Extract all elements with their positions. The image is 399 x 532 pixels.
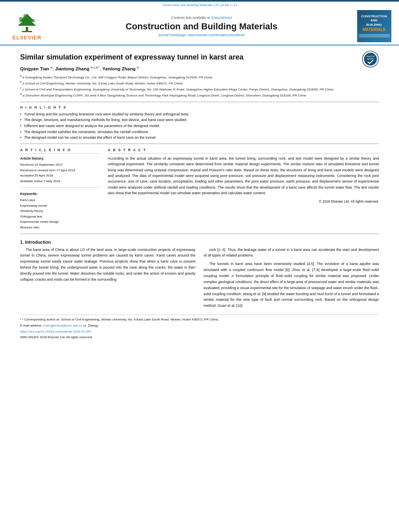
journal-url-line: journal homepage: www.elsevier.com/locat… bbox=[158, 33, 245, 37]
highlight-1-text: Tunnel lining and the surrounding limest… bbox=[24, 112, 189, 116]
affiliation-d: d d Shenzhen Municipal Engineering CORP.… bbox=[20, 92, 379, 98]
intro-col-left: The karst area of China is about 1/3 of … bbox=[20, 247, 195, 309]
email-link[interactable]: zhangjiantong@seu.edu.cn bbox=[43, 324, 83, 327]
footnote-text: * Corresponding author at: School of Civ… bbox=[22, 318, 219, 321]
accepted-date: Accepted 25 April 2018 bbox=[20, 173, 101, 179]
journal-info-line: Construction and Building Materials 176 … bbox=[0, 2, 399, 8]
revised-date: Received in revised form 17 April 2018 bbox=[20, 168, 101, 173]
svg-point-4 bbox=[19, 17, 23, 21]
intro-col-right: rock [1–3]. Thus, the leakage water of a… bbox=[204, 247, 379, 309]
footnote-email: E-mail address: zhangjiantong@seu.edu.cn… bbox=[20, 323, 379, 328]
highlight-2-text: The design, structure, and manufacturing… bbox=[24, 118, 187, 122]
author-1-affil: a bbox=[51, 66, 52, 69]
article-info-column: A R T I C L E I N F O Article history: R… bbox=[20, 148, 101, 230]
online-date: Available online 7 May 2018 bbox=[20, 179, 101, 184]
elsevier-logo: ELSEVIER bbox=[12, 12, 41, 41]
author-2-affil: b,c,d,* bbox=[91, 66, 100, 69]
title-area: check for updates Similar simulation exp… bbox=[20, 53, 379, 62]
copyright-line: © 2018 Elsevier Ltd. All rights reserved… bbox=[108, 199, 379, 203]
abstract-title: A B S T R A C T bbox=[108, 148, 379, 154]
affiliations: a a Guangdong Huahu Transport Technology… bbox=[20, 74, 379, 97]
highlight-4-text: The designed model satisfies the constra… bbox=[24, 130, 149, 134]
highlights-list: Tunnel lining and the surrounding limest… bbox=[20, 112, 379, 140]
highlight-3: Different test cases were designed to an… bbox=[20, 123, 379, 129]
affil-a-text: a Guangdong Huahu Transport Technology C… bbox=[23, 76, 212, 79]
article-title: Similar simulation experiment of express… bbox=[20, 53, 379, 62]
history-label: Article history: bbox=[20, 156, 101, 161]
abstract-column: A B S T R A C T According to the actual … bbox=[108, 148, 379, 230]
doi-text: https://doi.org/10.1016/j.conbuildmat.20… bbox=[20, 330, 91, 333]
doi-link[interactable]: https://doi.org/10.1016/j.conbuildmat.20… bbox=[20, 330, 91, 333]
divider-3 bbox=[20, 234, 379, 234]
footnote-doi: https://doi.org/10.1016/j.conbuildmat.20… bbox=[20, 329, 379, 334]
keyword-5: Experimental model design bbox=[20, 219, 101, 225]
badge-line3: Building bbox=[366, 23, 382, 27]
keyword-6: Mixtures ratio bbox=[20, 225, 101, 230]
badge-line4: MATERIALS bbox=[362, 27, 386, 32]
author-3-affil: a bbox=[137, 66, 138, 69]
issn-line: 0950-0618/© 2018 Elsevier Ltd. All right… bbox=[20, 335, 379, 339]
received-date: Received 29 September 2017 bbox=[20, 162, 101, 168]
abstract-text: According to the actual situation of an … bbox=[108, 156, 379, 196]
keywords-section: Keywords: Karst cave Expressway tunnel S… bbox=[20, 191, 101, 230]
elsevier-tree-icon bbox=[13, 12, 41, 34]
author-1: Qingyan Tian bbox=[20, 66, 49, 71]
intro-section-title: 1. Introduction bbox=[20, 240, 379, 244]
keyword-3: Similarity theory bbox=[20, 208, 101, 214]
header-center: Contents lists available at ScienceDirec… bbox=[49, 10, 354, 42]
sciencedirect-link[interactable]: ScienceDirect bbox=[211, 16, 232, 20]
email-label: E-mail address: bbox=[20, 324, 43, 327]
intro-para2: rock [1–3]. Thus, the leakage water of a… bbox=[204, 247, 379, 259]
footer-section: * * Corresponding author at: School of C… bbox=[20, 314, 379, 339]
header-right: Construction and Building MATERIALS bbox=[354, 10, 394, 42]
svg-text:updates: updates bbox=[367, 58, 374, 60]
email-suffix: (J. Zhang). bbox=[83, 324, 99, 327]
article-info-abstract: A R T I C L E I N F O Article history: R… bbox=[20, 148, 379, 230]
highlight-5: The designed model can be used to simula… bbox=[20, 135, 379, 140]
author-3: Yanlong Zhang bbox=[103, 66, 136, 71]
affiliation-c: c c School of Civil and Transportation E… bbox=[20, 86, 379, 92]
header-section: ELSEVIER Contents lists available at Sci… bbox=[0, 8, 399, 45]
svg-point-6 bbox=[23, 14, 27, 17]
journal-url-text: www.elsevier.com/locate/conbuildmat bbox=[188, 33, 245, 37]
journal-url-prefix: journal homepage: bbox=[158, 33, 188, 37]
svg-rect-1 bbox=[22, 31, 32, 32]
badge-decorative-lines bbox=[359, 34, 390, 38]
affil-c-text: c School of Civil and Transportation Eng… bbox=[23, 88, 333, 91]
header-left: ELSEVIER bbox=[5, 10, 49, 42]
keyword-4: Orthogonal test bbox=[20, 214, 101, 220]
affiliation-b: b b School of Civil Engineering, Wuhan U… bbox=[20, 80, 379, 86]
highlights-title: H I G H L I G H T S bbox=[20, 105, 379, 109]
main-content: check for updates Similar simulation exp… bbox=[0, 45, 399, 347]
highlight-5-text: The designed model can be used to simula… bbox=[24, 136, 156, 140]
badge-line1: Construction bbox=[361, 14, 387, 18]
keyword-1: Karst cave bbox=[20, 197, 101, 203]
author-2: Jiantong Zhang bbox=[55, 66, 90, 71]
highlight-4: The designed model satisfies the constra… bbox=[20, 129, 379, 135]
intro-para3: The tunnels in karst area have been exte… bbox=[204, 261, 379, 309]
sciencedirect-text: ScienceDirect bbox=[211, 16, 232, 20]
article-history: Article history: Received 29 September 2… bbox=[20, 156, 101, 188]
divider-2 bbox=[20, 144, 379, 144]
affil-b-text: b School of Civil Engineering, Wuhan Uni… bbox=[23, 82, 182, 85]
keyword-2: Expressway tunnel bbox=[20, 203, 101, 209]
email-text: zhangjiantong@seu.edu.cn bbox=[43, 324, 82, 327]
highlight-2: The design, structure, and manufacturing… bbox=[20, 117, 379, 123]
affiliation-a: a a Guangdong Huahu Transport Technology… bbox=[20, 74, 379, 80]
journal-title: Construction and Building Materials bbox=[125, 21, 278, 32]
highlights-section: H I G H L I G H T S Tunnel lining and th… bbox=[20, 105, 379, 140]
highlight-3-text: Different test cases were designed to an… bbox=[24, 124, 160, 128]
footnote-corresponding: * * Corresponding author at: School of C… bbox=[20, 317, 379, 322]
affil-d-text: d Shenzhen Municipal Engineering CORP., … bbox=[23, 94, 306, 97]
badge-line2: and bbox=[370, 18, 377, 22]
intro-two-col: The karst area of China is about 1/3 of … bbox=[20, 247, 379, 309]
check-for-updates-badge: check for updates bbox=[362, 51, 379, 68]
cbm-badge-text: Construction and Building MATERIALS bbox=[361, 14, 387, 33]
svg-point-5 bbox=[31, 19, 35, 22]
intro-para1: The karst area of China is about 1/3 of … bbox=[20, 247, 195, 283]
page: Construction and Building Materials 176 … bbox=[0, 0, 399, 532]
contents-label: Contents lists available at bbox=[171, 16, 210, 20]
journal-volume-info: Construction and Building Materials 176 … bbox=[162, 3, 237, 7]
introduction-section: 1. Introduction The karst area of China … bbox=[20, 240, 379, 309]
keywords-label: Keywords: bbox=[20, 191, 101, 197]
